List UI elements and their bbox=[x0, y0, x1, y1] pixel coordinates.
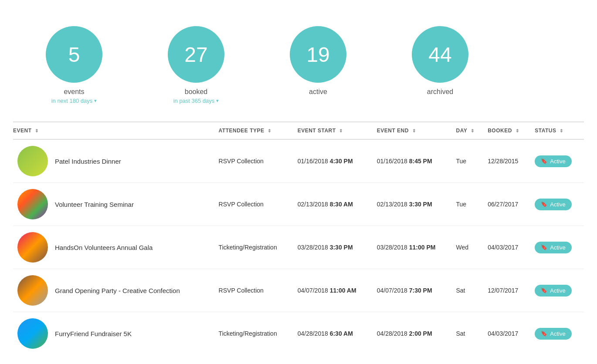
booked-cell: 12/28/2015 bbox=[483, 139, 530, 183]
th-event_end[interactable]: EVENT END ⇕ bbox=[373, 122, 452, 139]
status-badge[interactable]: 🔖 Active bbox=[535, 155, 571, 167]
sort-icon: ⇕ bbox=[560, 128, 563, 133]
stat-item-archived: 44archived bbox=[379, 26, 501, 104]
end-time: 11:00 PM bbox=[409, 244, 436, 251]
th-booked[interactable]: BOOKED ⇕ bbox=[483, 122, 530, 139]
sort-icon: ⇕ bbox=[516, 128, 519, 133]
end-time: 3:30 PM bbox=[409, 201, 432, 208]
status-cell: 🔖 Active bbox=[530, 183, 584, 226]
stat-item-active: 19active bbox=[257, 26, 379, 104]
event-name[interactable]: HandsOn Volunteers Annual Gala bbox=[55, 244, 153, 251]
booked-cell: 04/03/2017 bbox=[483, 226, 530, 269]
stat-number-events: 5 bbox=[68, 43, 80, 67]
table-body: Patel Industries Dinner RSVP Collection0… bbox=[13, 139, 584, 355]
sort-icon: ⇕ bbox=[268, 128, 271, 133]
start-time: 3:30 PM bbox=[330, 244, 353, 251]
stat-item-booked: 27bookedin past 365 days ▾ bbox=[135, 26, 257, 104]
end-time: 8:45 PM bbox=[409, 158, 432, 165]
sort-icon: ⇕ bbox=[471, 128, 475, 133]
status-label: Active bbox=[550, 330, 565, 337]
events-table: EVENT ⇕ATTENDEE TYPE ⇕EVENT START ⇕EVENT… bbox=[13, 121, 584, 355]
event-cell: HandsOn Volunteers Annual Gala bbox=[13, 226, 214, 269]
sort-icon: ⇕ bbox=[35, 128, 39, 133]
table-row: Volunteer Training Seminar RSVP Collecti… bbox=[13, 183, 584, 226]
event-start-cell: 04/28/2018 6:30 AM bbox=[293, 312, 373, 355]
booked-cell: 04/03/2017 bbox=[483, 312, 530, 355]
stat-item-events: 5eventsin next 180 days ▾ bbox=[13, 26, 135, 104]
stat-sublabel-booked[interactable]: in past 365 days ▾ bbox=[173, 98, 219, 104]
event-cell: Volunteer Training Seminar bbox=[13, 183, 214, 226]
stat-circle-events: 5 bbox=[46, 26, 102, 83]
event-start-cell: 01/16/2018 4:30 PM bbox=[293, 139, 373, 183]
stat-label-booked: booked bbox=[185, 88, 208, 96]
event-thumb bbox=[17, 318, 48, 349]
table-row: Patel Industries Dinner RSVP Collection0… bbox=[13, 139, 584, 183]
status-badge[interactable]: 🔖 Active bbox=[535, 199, 571, 210]
event-cell: Patel Industries Dinner bbox=[13, 139, 214, 183]
booked-cell: 06/27/2017 bbox=[483, 183, 530, 226]
booked-cell: 12/07/2017 bbox=[483, 269, 530, 312]
bookmark-icon: 🔖 bbox=[541, 287, 547, 293]
th-attendee_type[interactable]: ATTENDEE TYPE ⇕ bbox=[214, 122, 293, 139]
stat-circle-archived: 44 bbox=[412, 26, 468, 83]
event-cell: Grand Opening Party - Creative Confectio… bbox=[13, 269, 214, 312]
attendee-type-cell: RSVP Collection bbox=[214, 183, 293, 226]
stat-number-active: 19 bbox=[306, 43, 329, 67]
stat-label-archived: archived bbox=[427, 88, 453, 96]
event-thumb bbox=[17, 232, 48, 263]
stat-sublabel-events[interactable]: in next 180 days ▾ bbox=[51, 98, 97, 104]
status-label: Active bbox=[550, 158, 565, 165]
day-cell: Wed bbox=[451, 226, 483, 269]
status-label: Active bbox=[550, 201, 565, 208]
bookmark-icon: 🔖 bbox=[541, 244, 547, 250]
day-cell: Tue bbox=[451, 183, 483, 226]
event-name[interactable]: Volunteer Training Seminar bbox=[55, 201, 134, 208]
event-name[interactable]: Grand Opening Party - Creative Confectio… bbox=[55, 287, 180, 294]
attendee-type-cell: RSVP Collection bbox=[214, 139, 293, 183]
th-event_start[interactable]: EVENT START ⇕ bbox=[293, 122, 373, 139]
start-time: 4:30 PM bbox=[330, 158, 353, 165]
stat-label-active: active bbox=[309, 88, 327, 96]
event-name[interactable]: Patel Industries Dinner bbox=[55, 158, 121, 165]
end-time: 7:30 PM bbox=[409, 287, 432, 294]
event-thumb bbox=[17, 275, 48, 306]
th-event[interactable]: EVENT ⇕ bbox=[13, 122, 214, 139]
stat-circle-booked: 27 bbox=[168, 26, 224, 83]
status-label: Active bbox=[550, 287, 565, 294]
bookmark-icon: 🔖 bbox=[541, 158, 547, 164]
th-day[interactable]: DAY ⇕ bbox=[451, 122, 483, 139]
event-end-cell: 04/28/2018 2:00 PM bbox=[373, 312, 452, 355]
sort-icon: ⇕ bbox=[339, 128, 343, 133]
status-badge[interactable]: 🔖 Active bbox=[535, 285, 571, 297]
table-row: Grand Opening Party - Creative Confectio… bbox=[13, 269, 584, 312]
th-status[interactable]: STATUS ⇕ bbox=[530, 122, 584, 139]
table-row: HandsOn Volunteers Annual Gala Ticketing… bbox=[13, 226, 584, 269]
stat-number-booked: 27 bbox=[184, 43, 207, 67]
day-cell: Sat bbox=[451, 269, 483, 312]
status-cell: 🔖 Active bbox=[530, 312, 584, 355]
event-start-cell: 02/13/2018 8:30 AM bbox=[293, 183, 373, 226]
sort-icon: ⇕ bbox=[412, 128, 416, 133]
start-time: 8:30 AM bbox=[330, 201, 353, 208]
attendee-type-cell: Ticketing/Registration bbox=[214, 226, 293, 269]
table-header: EVENT ⇕ATTENDEE TYPE ⇕EVENT START ⇕EVENT… bbox=[13, 122, 584, 139]
event-end-cell: 01/16/2018 8:45 PM bbox=[373, 139, 452, 183]
event-cell: FurryFriend Fundraiser 5K bbox=[13, 312, 214, 355]
status-badge[interactable]: 🔖 Active bbox=[535, 328, 571, 340]
attendee-type-cell: RSVP Collection bbox=[214, 269, 293, 312]
start-time: 11:00 AM bbox=[330, 287, 356, 294]
event-end-cell: 03/28/2018 11:00 PM bbox=[373, 226, 452, 269]
status-cell: 🔖 Active bbox=[530, 226, 584, 269]
event-start-cell: 04/07/2018 11:00 AM bbox=[293, 269, 373, 312]
stat-circle-active: 19 bbox=[290, 26, 346, 83]
bookmark-icon: 🔖 bbox=[541, 201, 547, 207]
status-label: Active bbox=[550, 244, 565, 251]
event-thumb bbox=[17, 146, 48, 176]
event-name[interactable]: FurryFriend Fundraiser 5K bbox=[55, 330, 132, 337]
day-cell: Tue bbox=[451, 139, 483, 183]
end-time: 2:00 PM bbox=[409, 330, 432, 337]
event-start-cell: 03/28/2018 3:30 PM bbox=[293, 226, 373, 269]
table-row: FurryFriend Fundraiser 5K Ticketing/Regi… bbox=[13, 312, 584, 355]
event-thumb bbox=[17, 189, 48, 219]
status-badge[interactable]: 🔖 Active bbox=[535, 242, 571, 253]
